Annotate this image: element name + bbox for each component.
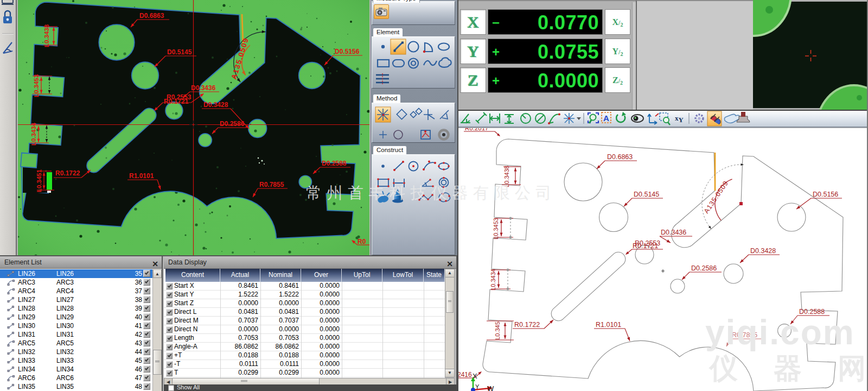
svg-text:R0.1721: R0.1721 — [633, 242, 658, 250]
svg-text:L0.3453: L0.3453 — [493, 218, 499, 239]
svg-text:Y: Y — [475, 383, 480, 390]
svg-text:yiqi.com: yiqi.com — [705, 313, 855, 352]
svg-text:R0.1721: R0.1721 — [164, 98, 189, 105]
svg-text:L0.3438: L0.3438 — [43, 24, 50, 47]
svg-text:A: A — [603, 113, 609, 123]
svg-text:L0.3451: L0.3451 — [36, 169, 42, 192]
svg-text:D0.2586: D0.2586 — [691, 264, 717, 272]
svg-text:D0.5145: D0.5145 — [634, 191, 659, 198]
svg-text:L0.3434: L0.3434 — [30, 122, 37, 146]
svg-text:D0.5145: D0.5145 — [167, 48, 192, 56]
svg-text:R0.2017: R0.2017 — [465, 128, 488, 131]
svg-text:L0.345: L0.345 — [494, 321, 501, 340]
svg-text:L0.3434: L0.3434 — [490, 269, 496, 291]
svg-text:W: W — [487, 384, 494, 391]
svg-text:D0.3428: D0.3428 — [750, 247, 776, 255]
svg-text:D0.6863: D0.6863 — [139, 12, 164, 20]
svg-text:D0.3436: D0.3436 — [661, 229, 686, 236]
svg-text:R0: R0 — [358, 238, 366, 245]
svg-text:D0.2586: D0.2586 — [220, 120, 245, 128]
svg-text:R0.1722: R0.1722 — [55, 169, 80, 177]
svg-text:R1.0101: R1.0101 — [129, 172, 154, 180]
svg-text:D0.5156: D0.5156 — [335, 48, 360, 55]
svg-text:D0.6863: D0.6863 — [607, 153, 633, 161]
svg-text:D0.3436: D0.3436 — [191, 84, 216, 92]
svg-text:R0.1722: R0.1722 — [514, 321, 540, 329]
svg-text:R0.7855: R0.7855 — [259, 181, 284, 188]
svg-text:2416: 2416 — [458, 371, 472, 379]
svg-text:A135.0509: A135.0509 — [230, 36, 251, 80]
svg-text:D0.2588: D0.2588 — [322, 160, 347, 167]
svg-text:R1.0101: R1.0101 — [596, 321, 621, 329]
svg-text:D0.3428: D0.3428 — [203, 101, 228, 109]
svg-text:D0.5156: D0.5156 — [813, 191, 838, 198]
svg-text:xY: xY — [675, 114, 684, 124]
svg-text:仪器网: 仪器网 — [709, 352, 868, 384]
